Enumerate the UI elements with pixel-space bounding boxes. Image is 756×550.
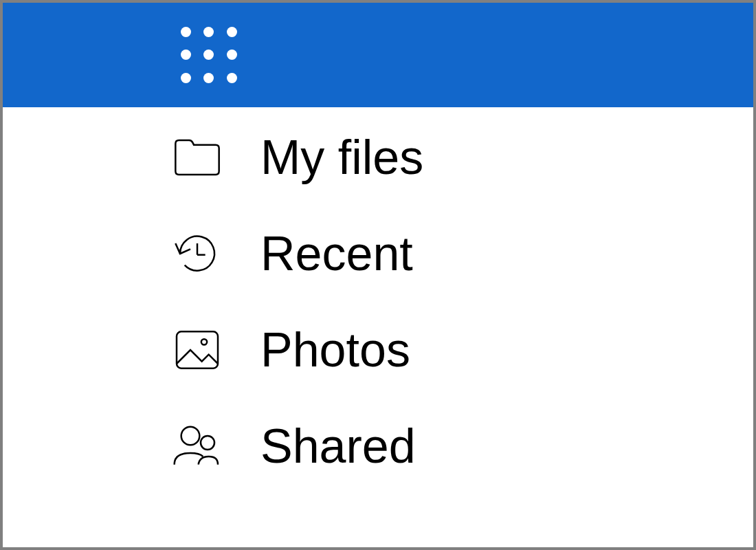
svg-point-4 xyxy=(181,426,199,445)
nav-item-recent[interactable]: Recent xyxy=(168,224,753,283)
waffle-dot-icon xyxy=(181,27,191,37)
nav-item-label: Recent xyxy=(260,226,413,281)
app-frame: My files Recent Photos xyxy=(3,3,753,547)
waffle-dot-icon xyxy=(181,73,191,83)
waffle-dot-icon xyxy=(203,73,214,83)
nav-item-label: Photos xyxy=(260,322,410,377)
svg-point-5 xyxy=(201,436,214,450)
nav-item-shared[interactable]: Shared xyxy=(168,417,753,475)
sidebar-nav: My files Recent Photos xyxy=(3,107,753,547)
nav-item-photos[interactable]: Photos xyxy=(168,320,753,379)
svg-point-3 xyxy=(201,339,206,344)
waffle-dot-icon xyxy=(203,50,214,60)
folder-icon xyxy=(168,128,226,186)
waffle-dot-icon xyxy=(227,50,237,60)
nav-item-my-files[interactable]: My files xyxy=(168,128,753,186)
app-header xyxy=(3,3,753,107)
recent-icon xyxy=(168,224,226,283)
waffle-dot-icon xyxy=(227,73,237,83)
photos-icon xyxy=(168,320,226,379)
svg-rect-2 xyxy=(177,331,218,368)
shared-icon xyxy=(168,417,226,475)
waffle-dot-icon xyxy=(181,50,191,60)
waffle-dot-icon xyxy=(203,27,214,37)
nav-item-label: Shared xyxy=(260,419,416,474)
waffle-dot-icon xyxy=(227,27,237,37)
nav-item-label: My files xyxy=(260,130,423,185)
app-launcher-button[interactable] xyxy=(175,21,243,89)
